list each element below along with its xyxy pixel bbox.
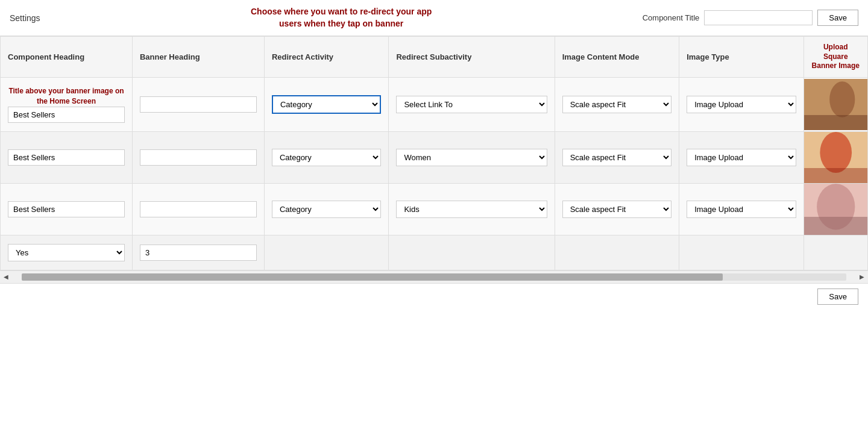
table-row: CategoryProductCustom URLSelect Link ToW… [1, 131, 868, 183]
image-type-select[interactable]: Image UploadURL [687, 149, 796, 166]
component-title-input[interactable] [704, 10, 813, 25]
component-title-label: Component Title [643, 13, 700, 22]
banner-image-placeholder [804, 132, 867, 183]
image-content-mode-select[interactable]: Scale aspect FitScale aspect FillCenter [562, 96, 671, 113]
empty-cell [679, 235, 804, 270]
banner-heading-input[interactable] [140, 149, 257, 166]
redirect-subactivity-select[interactable]: Select Link ToWomenMenKids [396, 96, 547, 113]
banner-image-cell [804, 77, 867, 131]
component-heading-input[interactable] [8, 107, 125, 123]
center-message-line1: Choose where you want to re-direct your … [251, 7, 432, 16]
th-banner-image: Upload Square Banner Image [804, 37, 867, 78]
scrollbar-left-arrow[interactable]: ◀ [0, 273, 12, 280]
component-heading-input[interactable] [8, 201, 125, 217]
component-hint: Title above your banner image on the Hom… [8, 86, 125, 107]
redirect-subactivity-select[interactable]: Select Link ToWomenMenKids [396, 149, 547, 166]
bottom-save-button[interactable]: Save [817, 288, 858, 305]
center-message: Choose where you want to re-direct your … [251, 6, 432, 30]
component-heading-input[interactable] [8, 149, 125, 166]
redirect-subactivity-select[interactable]: Select Link ToWomenMenKids [396, 201, 547, 218]
image-type-select[interactable]: Image UploadURL [687, 96, 796, 113]
redirect-activity-select[interactable]: CategoryProductCustom URL [272, 201, 381, 218]
empty-cell [389, 235, 555, 270]
top-bar: Settings Choose where you want to re-dir… [0, 0, 868, 36]
redirect-activity-select[interactable]: CategoryProductCustom URL [272, 149, 381, 166]
table-row: CategoryProductCustom URLSelect Link ToW… [1, 183, 868, 235]
banner-image-placeholder [804, 79, 867, 130]
scrollbar-track[interactable] [22, 273, 846, 281]
scrollbar-thumb [22, 273, 723, 281]
table-bottom-row: YesNo [1, 235, 868, 270]
svg-rect-2 [804, 115, 867, 130]
empty-cell [804, 235, 867, 270]
banner-image-cell [804, 131, 867, 183]
settings-label: Settings [10, 13, 40, 23]
image-content-mode-select[interactable]: Scale aspect FitScale aspect FillCenter [562, 201, 671, 218]
scrollbar-right-arrow[interactable]: ▶ [856, 273, 868, 280]
center-message-line2: users when they tap on banner [279, 19, 403, 28]
image-content-mode-select[interactable]: Scale aspect FitScale aspect FillCenter [562, 149, 671, 166]
count-input[interactable] [140, 245, 257, 261]
main-table: Component Heading Banner Heading Redirec… [0, 36, 868, 270]
top-bar-right: Component Title Save [643, 10, 858, 26]
table-row: Title above your banner image on the Hom… [1, 77, 868, 131]
status-select[interactable]: YesNo [8, 244, 125, 261]
svg-point-4 [820, 132, 852, 173]
th-image-content-mode: Image Content Mode [555, 37, 679, 78]
th-redirect-activity: Redirect Activity [264, 37, 388, 78]
empty-cell [555, 235, 679, 270]
svg-rect-8 [804, 217, 867, 235]
th-component-heading: Component Heading [1, 37, 133, 78]
banner-image-cell [804, 183, 867, 235]
table-wrapper: Component Heading Banner Heading Redirec… [0, 36, 868, 270]
upload-square-label: Upload Square Banner Image [811, 43, 860, 71]
banner-heading-input[interactable] [140, 96, 257, 113]
scrollbar-wrapper: ◀ ▶ [0, 270, 868, 284]
svg-point-1 [829, 81, 855, 117]
banner-heading-input[interactable] [140, 201, 257, 217]
table-header-row: Component Heading Banner Heading Redirec… [1, 37, 868, 78]
th-redirect-subactivity: Redirect Subactivity [389, 37, 555, 78]
top-save-button[interactable]: Save [817, 10, 858, 26]
empty-cell [264, 235, 388, 270]
banner-image-placeholder [804, 184, 867, 235]
image-type-select[interactable]: Image UploadURL [687, 201, 796, 218]
th-image-type: Image Type [679, 37, 804, 78]
th-banner-heading: Banner Heading [132, 37, 264, 78]
redirect-activity-select[interactable]: CategoryProductCustom URL [272, 95, 381, 114]
svg-rect-5 [804, 168, 867, 183]
footer-bar: Save [0, 284, 868, 310]
